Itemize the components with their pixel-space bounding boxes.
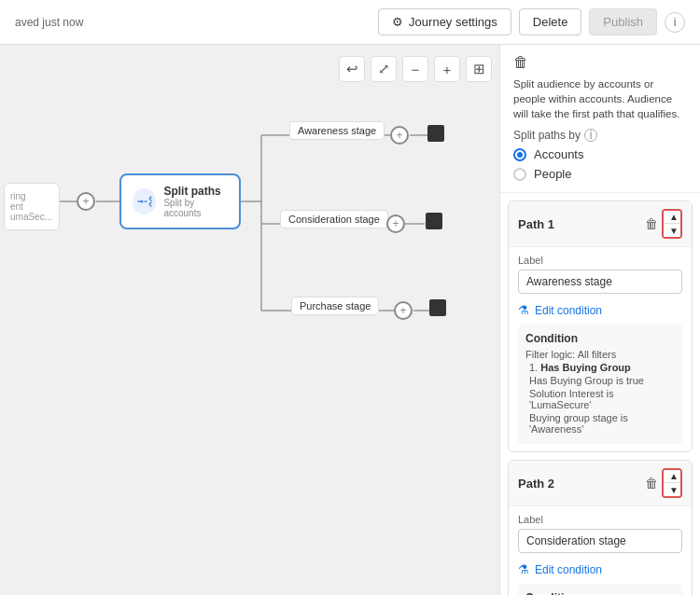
path1-down-arrow[interactable]: ▼ (664, 224, 682, 237)
zoom-in-button[interactable]: + (434, 56, 460, 82)
add-node-consideration[interactable]: + (386, 214, 405, 233)
awareness-stage-label: Awareness stage (289, 121, 385, 140)
consideration-stage-label: Consideration stage (280, 210, 388, 228)
filter-icon-2: ⚗ (518, 562, 529, 576)
zoom-in-icon: + (443, 62, 452, 77)
zoom-out-icon: − (412, 62, 420, 77)
canvas-toolbar: ↩ ⤢ − + ⊞ (339, 56, 492, 82)
journey-settings-button[interactable]: ⚙ Journey settings (378, 8, 511, 35)
add-node-button-main[interactable]: + (77, 192, 95, 211)
path2-condition-box: Condition Filter logic: All filters 1. H… (518, 584, 682, 595)
flow-lines (0, 45, 499, 399)
path1-title: Path 1 (518, 217, 554, 231)
split-paths-node[interactable]: Split paths Split by accounts (119, 173, 241, 229)
path1-label-field: Label (518, 255, 682, 266)
publish-button[interactable]: Publish (589, 8, 657, 35)
zoom-out-button[interactable]: − (402, 56, 428, 82)
svg-point-13 (140, 201, 143, 203)
delete-button[interactable]: Delete (519, 8, 582, 35)
path1-condition-item: 1. Has Buying Group (525, 362, 675, 373)
flow-canvas[interactable]: ↩ ⤢ − + ⊞ (0, 45, 499, 595)
path2-delete-button[interactable]: 🗑 (645, 476, 658, 491)
path2-label-input[interactable] (518, 529, 682, 553)
left-card-text2: ent (10, 201, 53, 212)
path2-up-arrow[interactable]: ▲ (664, 470, 682, 483)
delete-split-button[interactable]: 🗑 (513, 54, 687, 71)
right-panel: 🗑 Split audience by accounts or people w… (499, 45, 700, 595)
path2-header-actions: 🗑 ▲ ▼ (645, 468, 682, 498)
left-card: ring ent umaSec... (4, 183, 60, 230)
path1-header: Path 1 🗑 ▲ ▼ (509, 201, 692, 247)
path1-condition-row-1: Has Buying Group is true (525, 375, 675, 386)
end-node-consideration (426, 213, 442, 229)
saved-status: aved just now (15, 16, 83, 29)
undo-button[interactable]: ↩ (339, 56, 365, 82)
split-node-info: Split paths Split by accounts (163, 185, 228, 218)
path1-label-input[interactable] (518, 270, 682, 294)
radio-group: Accounts People (513, 147, 687, 185)
split-paths-by-label: Split paths by i (513, 129, 687, 142)
path2-card: Path 2 🗑 ▲ ▼ Label ⚗ Edit condition C (508, 460, 693, 595)
path1-header-actions: 🗑 ▲ ▼ (645, 209, 682, 239)
path1-delete-button[interactable]: 🗑 (645, 216, 658, 231)
path2-label-field: Label (518, 514, 682, 525)
path2-body: Label ⚗ Edit condition Condition Filter … (509, 506, 692, 595)
radio-people[interactable]: People (513, 167, 687, 181)
add-node-awareness[interactable]: + (390, 126, 409, 145)
filter-icon: ⚗ (518, 303, 529, 317)
topbar-actions: ⚙ Journey settings Delete Publish i (378, 8, 685, 35)
end-node-awareness (427, 125, 444, 142)
path2-header: Path 2 🗑 ▲ ▼ (509, 461, 692, 506)
path1-reorder[interactable]: ▲ ▼ (662, 209, 682, 239)
path2-down-arrow[interactable]: ▼ (664, 483, 682, 496)
left-card-text3: umaSec... (10, 212, 53, 222)
grid-button[interactable]: ⊞ (466, 56, 492, 82)
undo-icon: ↩ (346, 61, 358, 77)
fit-icon: ⤢ (378, 61, 390, 77)
path2-title: Path 2 (518, 477, 554, 491)
path2-reorder[interactable]: ▲ ▼ (662, 468, 682, 498)
split-icon (133, 188, 156, 214)
settings-icon: ⚙ (392, 15, 403, 29)
info-button[interactable]: i (665, 12, 685, 33)
purchase-stage-label: Purchase stage (291, 297, 379, 315)
path1-condition-row-3: Buying group stage is 'Awareness' (525, 412, 675, 435)
panel-header: 🗑 Split audience by accounts or people w… (500, 45, 700, 193)
topbar: aved just now ⚙ Journey settings Delete … (0, 0, 700, 45)
radio-accounts[interactable]: Accounts (513, 147, 687, 161)
fit-button[interactable]: ⤢ (371, 56, 397, 82)
path1-condition-box: Condition Filter logic: All filters 1. H… (518, 325, 682, 444)
path1-condition-title: Condition (525, 332, 675, 345)
left-card-text: ring (10, 191, 53, 201)
add-node-purchase[interactable]: + (394, 301, 413, 320)
help-icon: i (584, 129, 597, 142)
path2-condition-title: Condition (525, 591, 675, 595)
end-node-purchase (429, 299, 446, 316)
path1-filter-logic: Filter logic: All filters (525, 349, 675, 360)
grid-icon: ⊞ (473, 61, 485, 77)
path1-card: Path 1 🗑 ▲ ▼ Label ⚗ Edit condition C (508, 201, 693, 452)
path1-up-arrow[interactable]: ▲ (664, 211, 682, 224)
path1-body: Label ⚗ Edit condition Condition Filter … (509, 247, 692, 451)
path1-condition-row-2: Solution Interest is 'LumaSecure' (525, 388, 675, 410)
radio-accounts-circle (513, 148, 526, 161)
path2-edit-condition-button[interactable]: ⚗ Edit condition (518, 560, 602, 582)
main-area: ↩ ⤢ − + ⊞ (0, 45, 700, 595)
path1-edit-condition-button[interactable]: ⚗ Edit condition (518, 301, 602, 323)
radio-people-circle (513, 168, 526, 181)
